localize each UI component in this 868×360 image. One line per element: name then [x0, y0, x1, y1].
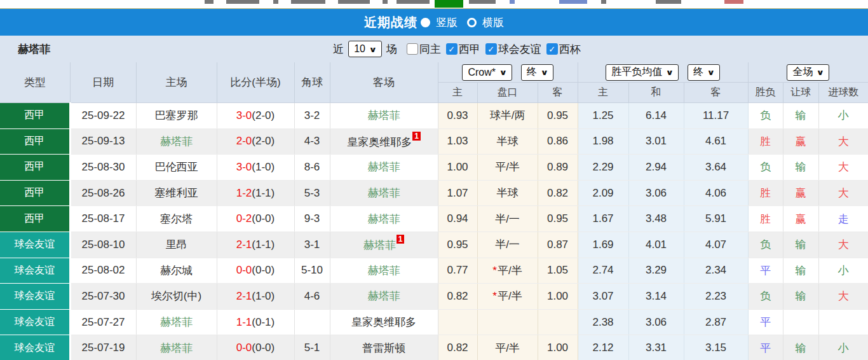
card-badge: 1	[412, 132, 421, 141]
cell-home-team[interactable]: 巴塞罗那	[136, 103, 217, 129]
cell-home-team[interactable]: 赫塔菲	[136, 128, 217, 155]
odds-period-value: 终	[527, 66, 537, 79]
cell-handicap-result: 赢	[783, 180, 818, 206]
radio-vertical-layout[interactable]	[421, 18, 430, 27]
cell-away-team[interactable]: 赫塔菲	[330, 103, 438, 129]
cell-home-team[interactable]: 赫尔城	[136, 258, 217, 284]
cell-avg-home-win: 1.69	[578, 232, 628, 258]
cell-home-team[interactable]: 埃尔切(中)	[136, 284, 217, 310]
scope-select[interactable]: 全场 ∨	[787, 64, 829, 81]
cell-odds-away: 0.86	[538, 128, 578, 155]
cell-away-team[interactable]: 普雷斯顿	[330, 335, 438, 360]
odds-period-select[interactable]: 终 ∨	[521, 64, 553, 81]
avg-type-select[interactable]: 胜平负均值 ∨	[606, 64, 679, 81]
cell-avg-home-win: 2.09	[578, 180, 628, 206]
cell-avg-draw: 3.29	[628, 258, 684, 284]
radio-horizontal-layout[interactable]	[467, 18, 477, 27]
chevron-down-icon: ∨	[817, 68, 825, 77]
match-row: 球会友谊25-08-02赫尔城0-0(0-0)5-10赫塔菲0.77*平/半1.…	[0, 258, 868, 284]
cell-score: 2-0(2-0)	[217, 128, 294, 155]
cell-league-type: 西甲	[0, 155, 70, 181]
cell-home-team[interactable]: 巴伦西亚	[136, 155, 217, 181]
filter-checkbox-club-friendly[interactable]: ✓	[485, 43, 497, 55]
cell-away-team[interactable]: 皇家奥维耶多	[330, 309, 438, 335]
cell-odds-away: 1.05	[538, 258, 578, 284]
cell-result: 平	[748, 258, 783, 284]
cell-away-team[interactable]: 皇家奥维耶多1	[330, 128, 438, 155]
cell-avg-home-win: 1.25	[578, 103, 628, 129]
cell-league-type: 西甲	[0, 180, 70, 206]
odds-company-value: Crow*	[468, 67, 496, 78]
cell-odds-home: 0.94	[438, 206, 477, 232]
cell-avg-home-win: 3.07	[578, 284, 628, 310]
cell-odds-away: 0.87	[538, 232, 578, 258]
radio-vertical-label: 竖版	[436, 15, 458, 30]
filter-checkbox-laliga[interactable]: ✓	[446, 43, 458, 55]
cell-odds-home: 0.82	[438, 335, 477, 360]
match-row: 球会友谊25-07-30埃尔切(中)2-1(1-0)4-6赫塔菲0.82*平/半…	[0, 284, 868, 310]
subcol-goals: 进球数	[818, 83, 868, 103]
nav-text-fragment	[338, 0, 370, 4]
nav-text-fragment	[273, 0, 278, 4]
cell-corners: 3-2	[294, 103, 330, 129]
cell-result: 胜	[748, 180, 783, 206]
cell-odds-home: 1.07	[438, 180, 477, 206]
cell-away-team[interactable]: 赫塔菲	[330, 284, 438, 310]
chevron-down-icon: ∨	[707, 68, 715, 77]
chevron-down-icon: ∨	[499, 68, 508, 77]
filter-checkbox-label-club-friendly: 球会友谊	[498, 42, 541, 57]
match-row: 西甲25-08-26塞维利亚1-2(1-1)5-3赫塔菲1.07半球0.822.…	[0, 180, 868, 206]
nav-text-fragment	[383, 0, 388, 4]
cell-avg-away-win: 3.64	[684, 155, 748, 181]
cell-avg-draw: 3.06	[628, 180, 684, 206]
recent-label: 近	[333, 42, 344, 57]
recent-count-value: 10	[354, 43, 365, 55]
cell-away-team[interactable]: 赫塔菲	[330, 180, 438, 206]
cell-goals-result: 小	[818, 258, 868, 284]
top-navbar	[0, 0, 868, 8]
cell-handicap: 半球	[477, 180, 538, 206]
odds-company-select[interactable]: Crow* ∨	[462, 64, 512, 81]
cell-odds-home: 0.95	[438, 232, 477, 258]
cell-avg-away-win: 2.34	[684, 258, 748, 284]
cell-avg-draw: 3.01	[628, 128, 684, 155]
match-row: 球会友谊25-08-10里昂2-1(1-1)3-1赫塔菲10.95半/一0.87…	[0, 232, 868, 258]
cell-home-team[interactable]: 里昂	[136, 232, 217, 258]
cell-score: 0-0(0-0)	[217, 258, 294, 284]
col-header-corners: 角球	[294, 62, 330, 103]
avg-dropdown-group: 胜平负均值 ∨ 终 ∨	[578, 62, 748, 83]
filter-checkbox-same-home[interactable]	[407, 43, 418, 55]
cell-goals-result: 大	[818, 128, 868, 155]
cell-avg-draw: 3.31	[628, 335, 684, 360]
cell-corners: 5-1	[294, 335, 330, 360]
nav-active-tab[interactable]	[435, 0, 463, 8]
cell-away-team[interactable]: 赫塔菲	[330, 258, 438, 284]
cell-result: 胜	[748, 128, 783, 155]
cell-away-team[interactable]: 赫塔菲	[330, 206, 438, 232]
nav-text-fragment	[291, 0, 325, 4]
cell-avg-away-win: 4.06	[684, 180, 748, 206]
cell-goals-result: 小	[818, 335, 868, 360]
cell-date: 25-07-30	[70, 284, 136, 310]
cell-corners: 5-3	[294, 180, 330, 206]
cell-avg-home-win: 2.29	[578, 155, 628, 181]
avg-period-select[interactable]: 终 ∨	[688, 64, 720, 81]
scope-dropdown-group: 全场 ∨	[748, 62, 868, 83]
nav-text-fragment	[205, 0, 214, 4]
odds-dropdown-group: Crow* ∨ 终 ∨	[438, 62, 578, 83]
cell-home-team[interactable]: 塞维利亚	[136, 180, 217, 206]
cell-handicap-result: 输	[783, 258, 818, 284]
cell-home-team[interactable]: 赫塔菲	[136, 309, 217, 335]
cell-away-team[interactable]: 赫塔菲1	[330, 232, 438, 258]
cell-odds-away: 0.95	[538, 206, 578, 232]
cell-date: 25-09-22	[70, 103, 136, 129]
cell-away-team[interactable]: 赫塔菲	[330, 155, 438, 181]
cell-handicap: 半球	[477, 128, 538, 155]
filter-checkbox-copa-del-rey[interactable]: ✓	[546, 43, 558, 55]
cell-home-team[interactable]: 赫塔菲	[136, 335, 217, 360]
recent-count-select[interactable]: 10 ∨	[348, 41, 382, 57]
cell-home-team[interactable]: 塞尔塔	[136, 206, 217, 232]
subcol-handicap: 盘口	[477, 83, 538, 103]
cell-handicap-result	[783, 309, 818, 335]
cell-handicap: *平/半	[477, 258, 538, 284]
